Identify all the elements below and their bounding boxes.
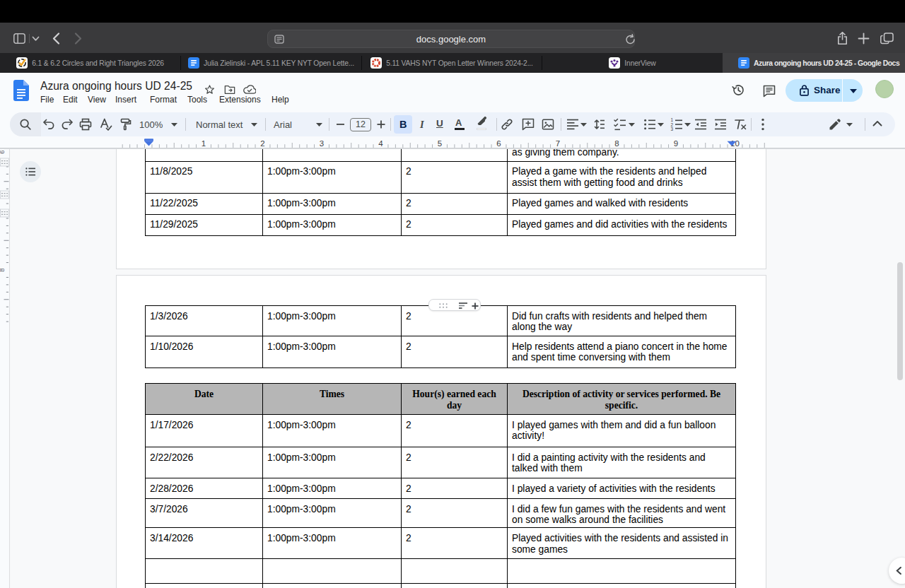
svg-text:7: 7 xyxy=(556,139,560,148)
svg-text:4: 4 xyxy=(378,139,383,148)
svg-text:3: 3 xyxy=(671,127,674,131)
svg-text:8: 8 xyxy=(0,268,6,271)
svg-text:6: 6 xyxy=(496,139,501,148)
svg-text:2: 2 xyxy=(260,139,264,148)
svg-text:8: 8 xyxy=(614,139,619,148)
svg-text:1: 1 xyxy=(202,139,206,148)
svg-text:9: 9 xyxy=(674,139,678,148)
svg-text:6: 6 xyxy=(0,150,6,153)
svg-text:3: 3 xyxy=(320,139,324,148)
svg-text:5: 5 xyxy=(438,139,442,148)
